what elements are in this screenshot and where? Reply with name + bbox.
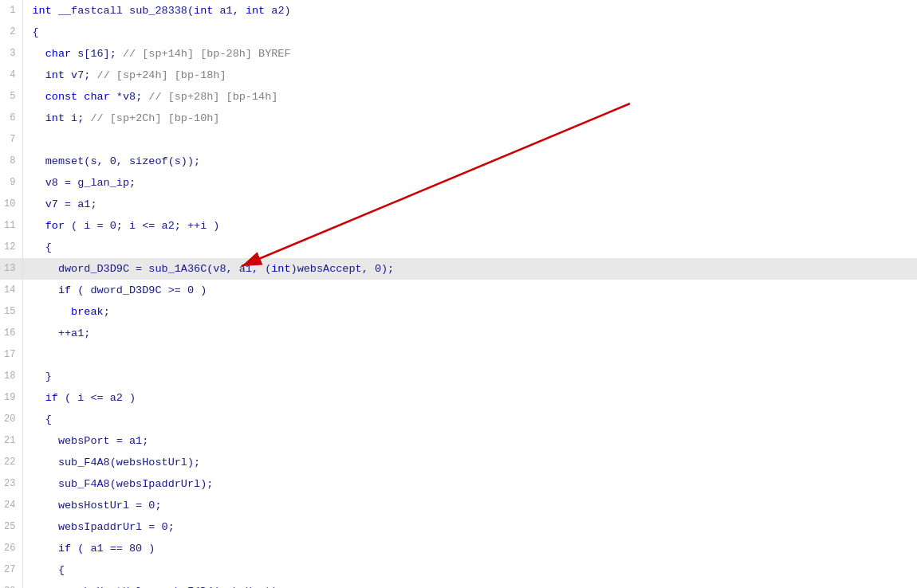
table-row: 9 v8 = g_lan_ip; — [0, 172, 917, 194]
code-line: int __fastcall sub_28338(int a1, int a2) — [22, 0, 917, 22]
table-row: 11 for ( i = 0; i <= a2; ++i ) — [0, 215, 917, 237]
code-line: if ( a1 == 80 ) — [22, 538, 917, 559]
line-number: 28 — [0, 581, 22, 588]
code-line: { — [22, 22, 917, 43]
code-line: char s[16]; // [sp+14h] [bp-28h] BYREF — [22, 43, 917, 65]
code-line — [22, 344, 917, 366]
table-row: 24 websHostUrl = 0; — [0, 495, 917, 516]
code-line: websIpaddrUrl = 0; — [22, 516, 917, 538]
code-line: if ( i <= a2 ) — [22, 387, 917, 409]
table-row: 10 v7 = a1; — [0, 194, 917, 215]
table-row: 20 { — [0, 409, 917, 430]
table-row: 22 sub_F4A8(websHostUrl); — [0, 452, 917, 473]
line-number: 22 — [0, 452, 22, 473]
line-number: 10 — [0, 194, 22, 215]
code-line — [22, 129, 917, 151]
table-row: 3 char s[16]; // [sp+14h] [bp-28h] BYREF — [0, 43, 917, 65]
code-line: sub_F4A8(websIpaddrUrl); — [22, 473, 917, 495]
table-row: 26 if ( a1 == 80 ) — [0, 538, 917, 559]
table-row: 27 { — [0, 559, 917, 581]
line-number: 27 — [0, 559, 22, 581]
table-row: 2{ — [0, 22, 917, 43]
line-number: 16 — [0, 323, 22, 344]
table-row: 5 const char *v8; // [sp+28h] [bp-14h] — [0, 86, 917, 108]
table-row: 21 websPort = a1; — [0, 430, 917, 452]
table-row: 19 if ( i <= a2 ) — [0, 387, 917, 409]
line-number: 8 — [0, 151, 22, 172]
line-number: 24 — [0, 495, 22, 516]
table-row: 13 dword_D3D9C = sub_1A36C(v8, a1, (int)… — [0, 258, 917, 280]
line-number: 23 — [0, 473, 22, 495]
code-line: break; — [22, 301, 917, 323]
code-container: 1int __fastcall sub_28338(int a1, int a2… — [0, 0, 917, 588]
code-line: websPort = a1; — [22, 430, 917, 452]
line-number: 4 — [0, 65, 22, 86]
table-row: 16 ++a1; — [0, 323, 917, 344]
line-number: 3 — [0, 43, 22, 65]
table-row: 25 websIpaddrUrl = 0; — [0, 516, 917, 538]
line-number: 26 — [0, 538, 22, 559]
code-line: for ( i = 0; i <= a2; ++i ) — [22, 215, 917, 237]
code-line: ++a1; — [22, 323, 917, 344]
table-row: 15 break; — [0, 301, 917, 323]
line-number: 2 — [0, 22, 22, 43]
code-line: sub_F4A8(websHostUrl); — [22, 452, 917, 473]
code-line: const char *v8; // [sp+28h] [bp-14h] — [22, 86, 917, 108]
line-number: 13 — [0, 258, 22, 280]
line-number: 25 — [0, 516, 22, 538]
line-number: 17 — [0, 344, 22, 366]
line-number: 11 — [0, 215, 22, 237]
table-row: 28 websHostUrl = sub_F4D4(websHost); — [0, 581, 917, 588]
code-line: int v7; // [sp+24h] [bp-18h] — [22, 65, 917, 86]
table-row: 6 int i; // [sp+2Ch] [bp-10h] — [0, 108, 917, 129]
line-number: 18 — [0, 366, 22, 387]
line-number: 5 — [0, 86, 22, 108]
code-line: if ( dword_D3D9C >= 0 ) — [22, 280, 917, 301]
code-line: dword_D3D9C = sub_1A36C(v8, a1, (int)web… — [22, 258, 917, 280]
code-table: 1int __fastcall sub_28338(int a1, int a2… — [0, 0, 917, 588]
table-row: 1int __fastcall sub_28338(int a1, int a2… — [0, 0, 917, 22]
line-number: 20 — [0, 409, 22, 430]
table-row: 8 memset(s, 0, sizeof(s)); — [0, 151, 917, 172]
table-row: 14 if ( dword_D3D9C >= 0 ) — [0, 280, 917, 301]
line-number: 14 — [0, 280, 22, 301]
table-row: 7 — [0, 129, 917, 151]
line-number: 15 — [0, 301, 22, 323]
line-number: 6 — [0, 108, 22, 129]
code-line: v8 = g_lan_ip; — [22, 172, 917, 194]
table-row: 17 — [0, 344, 917, 366]
code-line: { — [22, 409, 917, 430]
line-number: 7 — [0, 129, 22, 151]
code-line: } — [22, 366, 917, 387]
code-line: websHostUrl = 0; — [22, 495, 917, 516]
code-line: websHostUrl = sub_F4D4(websHost); — [22, 581, 917, 588]
code-line: v7 = a1; — [22, 194, 917, 215]
code-line: int i; // [sp+2Ch] [bp-10h] — [22, 108, 917, 129]
line-number: 1 — [0, 0, 22, 22]
line-number: 12 — [0, 237, 22, 258]
code-line: { — [22, 237, 917, 258]
table-row: 12 { — [0, 237, 917, 258]
line-number: 9 — [0, 172, 22, 194]
table-row: 4 int v7; // [sp+24h] [bp-18h] — [0, 65, 917, 86]
code-line: { — [22, 559, 917, 581]
table-row: 23 sub_F4A8(websIpaddrUrl); — [0, 473, 917, 495]
code-line: memset(s, 0, sizeof(s)); — [22, 151, 917, 172]
line-number: 21 — [0, 430, 22, 452]
table-row: 18 } — [0, 366, 917, 387]
line-number: 19 — [0, 387, 22, 409]
